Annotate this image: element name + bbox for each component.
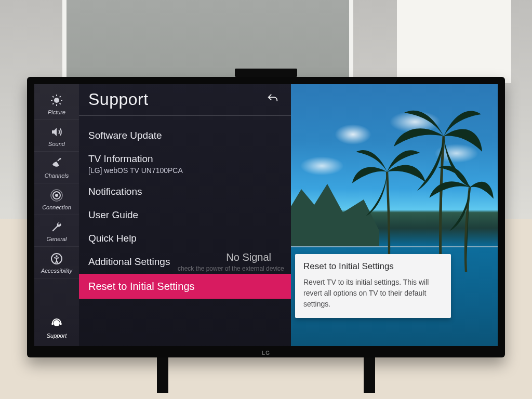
support-icon	[49, 316, 64, 331]
settings-menu: Software Update TV Information [LG] webO…	[79, 116, 291, 299]
rail-item-label: Channels	[45, 172, 69, 179]
accessibility-icon	[49, 251, 64, 266]
description-title: Reset to Initial Settings	[303, 261, 443, 272]
picture-icon	[49, 93, 64, 108]
satellite-icon	[49, 156, 64, 171]
menu-item-additional-settings[interactable]: Additional Settings	[79, 250, 291, 274]
tv-frame: LG Picture Sound	[27, 77, 505, 357]
svg-point-16	[54, 320, 60, 326]
rail-item-label: General	[46, 236, 66, 242]
rail-item-label: Accessibility	[41, 268, 72, 274]
menu-item-notifications[interactable]: Notifications	[79, 180, 291, 204]
menu-item-sublabel: [LG] webOS TV UN7100PCA	[88, 166, 282, 175]
rail-item-sound[interactable]: Sound	[34, 120, 79, 152]
menu-item-label: Quick Help	[88, 233, 137, 244]
panel-title: Support	[88, 90, 149, 109]
svg-rect-17	[52, 323, 54, 325]
tv-brand-label: LG	[262, 350, 270, 356]
description-card: Reset to Initial Settings Revert TV to i…	[295, 254, 451, 318]
tv-mount	[235, 69, 297, 77]
svg-point-11	[55, 194, 58, 197]
svg-line-7	[52, 103, 54, 104]
rail-item-accessibility[interactable]: Accessibility	[34, 247, 79, 278]
back-button[interactable]	[264, 89, 282, 109]
connection-icon	[49, 188, 64, 203]
settings-panel: Support No Signal check the power of the…	[79, 84, 291, 346]
rail-item-support[interactable]: Support	[34, 312, 79, 343]
svg-line-6	[60, 103, 61, 104]
rail-item-general[interactable]: General	[34, 215, 79, 247]
svg-point-15	[56, 255, 58, 257]
svg-point-0	[54, 98, 59, 103]
rail-item-label: Connection	[42, 204, 71, 210]
rail-item-label: Picture	[48, 109, 65, 115]
description-body: Revert TV to its initial settings. This …	[303, 277, 443, 310]
menu-item-label: User Guide	[88, 209, 138, 220]
rail-item-label: Sound	[48, 141, 65, 147]
svg-line-9	[58, 159, 60, 161]
rail-item-picture[interactable]: Picture	[34, 88, 79, 120]
sound-icon	[49, 125, 64, 139]
tv-screen: Picture Sound Channels	[34, 84, 498, 346]
menu-item-label: Software Update	[88, 130, 162, 141]
wallpaper-area: Reset to Initial Settings Revert TV to i…	[291, 84, 498, 346]
menu-item-label: Notifications	[88, 186, 142, 197]
svg-point-10	[59, 158, 61, 159]
svg-line-5	[52, 96, 54, 97]
menu-item-label: Reset to Initial Settings	[88, 281, 195, 292]
menu-item-reset-initial[interactable]: Reset to Initial Settings	[79, 274, 291, 299]
rail-item-connection[interactable]: Connection	[34, 183, 79, 215]
category-rail: Picture Sound Channels	[34, 84, 79, 346]
menu-item-user-guide[interactable]: User Guide	[79, 204, 291, 227]
menu-item-label: TV Information	[88, 153, 153, 164]
rail-item-channels[interactable]: Channels	[34, 152, 79, 183]
rail-item-label: Support	[47, 332, 67, 339]
menu-item-label: Additional Settings	[88, 256, 170, 267]
svg-line-8	[60, 96, 61, 97]
menu-item-software-update[interactable]: Software Update	[79, 124, 291, 148]
back-icon	[267, 97, 278, 105]
menu-item-quick-help[interactable]: Quick Help	[79, 227, 291, 250]
room-blind	[397, 0, 511, 83]
menu-item-tv-information[interactable]: TV Information [LG] webOS TV UN7100PCA	[79, 148, 291, 181]
svg-rect-18	[60, 323, 62, 325]
room-window	[62, 0, 353, 83]
wrench-icon	[49, 220, 64, 234]
